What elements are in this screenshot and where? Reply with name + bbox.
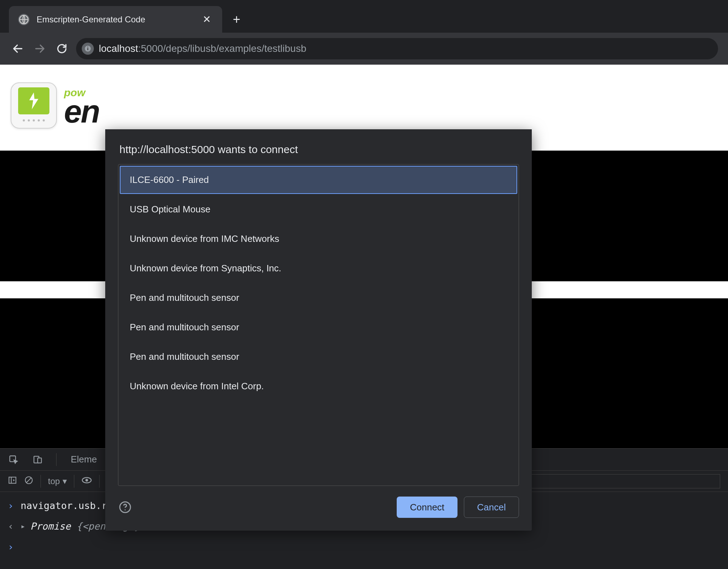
reload-button[interactable] xyxy=(54,41,70,56)
tab-strip: Emscripten-Generated Code ✕ + xyxy=(0,0,728,33)
prompt-icon: › xyxy=(8,498,16,514)
forward-button[interactable] xyxy=(32,41,48,56)
svg-line-13 xyxy=(27,478,31,482)
svg-point-3 xyxy=(87,47,88,47)
clear-console-icon[interactable] xyxy=(24,476,33,487)
browser-tab[interactable]: Emscripten-Generated Code ✕ xyxy=(9,6,222,33)
tab-title: Emscripten-Generated Code xyxy=(37,15,193,25)
svg-point-15 xyxy=(86,479,89,482)
context-selector[interactable]: top ▾ xyxy=(48,476,67,486)
help-icon[interactable] xyxy=(118,500,132,514)
globe-icon xyxy=(18,14,30,25)
device-option[interactable]: Pen and multitouch sensor xyxy=(120,313,517,341)
prompt-icon: › xyxy=(8,539,16,555)
connect-button[interactable]: Connect xyxy=(397,497,457,518)
emscripten-logo xyxy=(11,82,57,129)
expand-icon[interactable]: ▸ xyxy=(21,520,25,533)
device-list: ILCE-6600 - Paired USB Optical Mouse Unk… xyxy=(118,164,519,486)
cancel-button[interactable]: Cancel xyxy=(464,497,519,518)
back-button[interactable] xyxy=(10,41,26,56)
svg-marker-11 xyxy=(13,479,15,481)
device-option[interactable]: Pen and multitouch sensor xyxy=(120,284,517,312)
new-tab-button[interactable]: + xyxy=(222,6,251,33)
devtools-tab-elements[interactable]: Eleme xyxy=(69,450,98,469)
logo-text: pow en xyxy=(64,87,99,124)
device-option[interactable]: USB Optical Mouse xyxy=(120,195,517,223)
output-icon: ‹ xyxy=(8,518,16,535)
console-sidebar-toggle-icon[interactable] xyxy=(8,476,17,487)
device-toggle-icon[interactable] xyxy=(32,454,43,465)
live-expression-icon[interactable] xyxy=(81,475,92,488)
address-bar[interactable]: localhost:5000/deps/libusb/examples/test… xyxy=(76,38,718,59)
close-icon[interactable]: ✕ xyxy=(200,13,213,25)
svg-rect-9 xyxy=(9,477,16,483)
svg-point-5 xyxy=(125,509,126,510)
device-option[interactable]: Unknown device from IMC Networks xyxy=(120,225,517,253)
page-content: pow en http://localhost:5000 wants to co… xyxy=(0,65,728,569)
browser-toolbar: localhost:5000/deps/libusb/examples/test… xyxy=(0,33,728,65)
device-option[interactable]: Unknown device from Intel Corp. xyxy=(120,372,517,400)
dialog-title: http://localhost:5000 wants to connect xyxy=(105,129,532,164)
console-prompt[interactable]: › xyxy=(0,537,728,557)
url-text: localhost:5000/deps/libusb/examples/test… xyxy=(99,43,306,54)
inspect-icon[interactable] xyxy=(8,454,19,465)
device-option[interactable]: ILCE-6600 - Paired xyxy=(120,166,517,194)
usb-device-chooser-dialog: http://localhost:5000 wants to connect I… xyxy=(105,129,532,531)
site-info-icon[interactable] xyxy=(82,43,94,55)
device-option[interactable]: Unknown device from Synaptics, Inc. xyxy=(120,254,517,282)
dialog-footer: Connect Cancel xyxy=(105,486,532,531)
chevron-down-icon: ▾ xyxy=(63,476,67,486)
device-option[interactable]: Pen and multitouch sensor xyxy=(120,343,517,371)
svg-rect-8 xyxy=(38,458,42,463)
